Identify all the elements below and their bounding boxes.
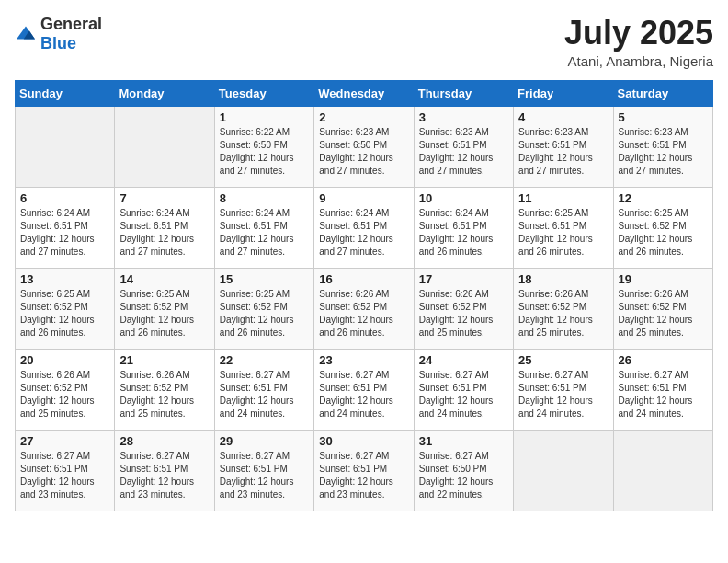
logo-text: General Blue [40, 15, 102, 53]
cell-content: Sunrise: 6:25 AMSunset: 6:52 PMDaylight:… [20, 288, 109, 339]
cell-content: Sunrise: 6:25 AMSunset: 6:52 PMDaylight:… [619, 207, 708, 259]
day-number: 25 [518, 353, 608, 367]
day-number: 9 [319, 191, 408, 205]
calendar-cell: 27Sunrise: 6:27 AMSunset: 6:51 PMDayligh… [16, 430, 115, 511]
cell-content: Sunrise: 6:26 AMSunset: 6:52 PMDaylight:… [518, 288, 608, 339]
day-number: 6 [20, 191, 109, 205]
calendar-week-row: 1Sunrise: 6:22 AMSunset: 6:50 PMDaylight… [16, 106, 713, 187]
calendar-cell [115, 106, 214, 187]
calendar-cell: 23Sunrise: 6:27 AMSunset: 6:51 PMDayligh… [314, 349, 414, 430]
cell-content: Sunrise: 6:23 AMSunset: 6:51 PMDaylight:… [419, 126, 508, 178]
calendar-cell: 3Sunrise: 6:23 AMSunset: 6:51 PMDaylight… [414, 106, 513, 187]
calendar-cell [514, 430, 613, 511]
day-number: 5 [619, 110, 708, 124]
weekday-header: Sunday [16, 80, 115, 106]
day-number: 26 [619, 353, 708, 367]
cell-content: Sunrise: 6:23 AMSunset: 6:51 PMDaylight:… [619, 126, 708, 178]
calendar-cell: 9Sunrise: 6:24 AMSunset: 6:51 PMDaylight… [314, 187, 414, 268]
cell-content: Sunrise: 6:24 AMSunset: 6:51 PMDaylight:… [220, 207, 309, 259]
calendar-week-row: 27Sunrise: 6:27 AMSunset: 6:51 PMDayligh… [16, 430, 713, 511]
calendar-cell: 29Sunrise: 6:27 AMSunset: 6:51 PMDayligh… [214, 430, 313, 511]
cell-content: Sunrise: 6:23 AMSunset: 6:51 PMDaylight:… [518, 126, 608, 178]
calendar-cell: 21Sunrise: 6:26 AMSunset: 6:52 PMDayligh… [115, 349, 214, 430]
day-number: 18 [518, 272, 608, 286]
calendar-cell: 5Sunrise: 6:23 AMSunset: 6:51 PMDaylight… [613, 106, 712, 187]
calendar-cell: 19Sunrise: 6:26 AMSunset: 6:52 PMDayligh… [613, 268, 712, 349]
cell-content: Sunrise: 6:27 AMSunset: 6:51 PMDaylight:… [319, 369, 408, 420]
calendar-cell: 1Sunrise: 6:22 AMSunset: 6:50 PMDaylight… [214, 106, 313, 187]
calendar-cell: 12Sunrise: 6:25 AMSunset: 6:52 PMDayligh… [613, 187, 712, 268]
day-number: 10 [419, 191, 508, 205]
calendar-cell: 24Sunrise: 6:27 AMSunset: 6:51 PMDayligh… [414, 349, 513, 430]
cell-content: Sunrise: 6:24 AMSunset: 6:51 PMDaylight:… [119, 207, 209, 259]
weekday-header: Monday [115, 80, 214, 106]
logo-general: General [40, 15, 102, 33]
day-number: 31 [419, 434, 508, 448]
day-number: 21 [119, 353, 209, 367]
calendar-cell: 14Sunrise: 6:25 AMSunset: 6:52 PMDayligh… [115, 268, 214, 349]
day-number: 1 [220, 110, 309, 124]
cell-content: Sunrise: 6:22 AMSunset: 6:50 PMDaylight:… [220, 126, 309, 178]
day-number: 17 [419, 272, 508, 286]
cell-content: Sunrise: 6:27 AMSunset: 6:51 PMDaylight:… [518, 369, 608, 420]
calendar-cell: 4Sunrise: 6:23 AMSunset: 6:51 PMDaylight… [514, 106, 613, 187]
day-number: 27 [20, 434, 109, 448]
calendar-cell: 30Sunrise: 6:27 AMSunset: 6:51 PMDayligh… [314, 430, 414, 511]
calendar-cell: 8Sunrise: 6:24 AMSunset: 6:51 PMDaylight… [214, 187, 313, 268]
month-title: July 2025 [564, 15, 713, 52]
cell-content: Sunrise: 6:27 AMSunset: 6:50 PMDaylight:… [419, 450, 508, 501]
calendar-week-row: 20Sunrise: 6:26 AMSunset: 6:52 PMDayligh… [16, 349, 713, 430]
day-number: 24 [419, 353, 508, 367]
day-number: 16 [319, 272, 408, 286]
day-number: 30 [319, 434, 408, 448]
cell-content: Sunrise: 6:25 AMSunset: 6:52 PMDaylight:… [119, 288, 209, 339]
weekday-header: Saturday [613, 80, 712, 106]
calendar-cell: 17Sunrise: 6:26 AMSunset: 6:52 PMDayligh… [414, 268, 513, 349]
cell-content: Sunrise: 6:25 AMSunset: 6:52 PMDaylight:… [220, 288, 309, 339]
calendar-week-row: 13Sunrise: 6:25 AMSunset: 6:52 PMDayligh… [16, 268, 713, 349]
cell-content: Sunrise: 6:26 AMSunset: 6:52 PMDaylight:… [119, 369, 209, 420]
day-number: 2 [319, 110, 408, 124]
weekday-header: Friday [514, 80, 613, 106]
cell-content: Sunrise: 6:26 AMSunset: 6:52 PMDaylight:… [419, 288, 508, 339]
calendar-cell: 18Sunrise: 6:26 AMSunset: 6:52 PMDayligh… [514, 268, 613, 349]
location-title: Atani, Anambra, Nigeria [564, 53, 713, 69]
calendar-cell: 6Sunrise: 6:24 AMSunset: 6:51 PMDaylight… [16, 187, 115, 268]
weekday-header-row: SundayMondayTuesdayWednesdayThursdayFrid… [16, 80, 713, 106]
weekday-header: Wednesday [314, 80, 414, 106]
calendar-table: SundayMondayTuesdayWednesdayThursdayFrid… [15, 80, 713, 511]
day-number: 20 [20, 353, 109, 367]
title-block: July 2025 Atani, Anambra, Nigeria [564, 15, 713, 69]
calendar-cell: 16Sunrise: 6:26 AMSunset: 6:52 PMDayligh… [314, 268, 414, 349]
day-number: 14 [119, 272, 209, 286]
calendar-cell: 10Sunrise: 6:24 AMSunset: 6:51 PMDayligh… [414, 187, 513, 268]
cell-content: Sunrise: 6:27 AMSunset: 6:51 PMDaylight:… [220, 450, 309, 501]
day-number: 7 [119, 191, 209, 205]
logo-blue: Blue [40, 34, 76, 52]
day-number: 28 [119, 434, 209, 448]
calendar-cell: 20Sunrise: 6:26 AMSunset: 6:52 PMDayligh… [16, 349, 115, 430]
calendar-week-row: 6Sunrise: 6:24 AMSunset: 6:51 PMDaylight… [16, 187, 713, 268]
day-number: 29 [220, 434, 309, 448]
day-number: 4 [518, 110, 608, 124]
cell-content: Sunrise: 6:23 AMSunset: 6:50 PMDaylight:… [319, 126, 408, 178]
cell-content: Sunrise: 6:27 AMSunset: 6:51 PMDaylight:… [20, 450, 109, 501]
cell-content: Sunrise: 6:27 AMSunset: 6:51 PMDaylight:… [220, 369, 309, 420]
cell-content: Sunrise: 6:27 AMSunset: 6:51 PMDaylight:… [619, 369, 708, 420]
calendar-cell: 15Sunrise: 6:25 AMSunset: 6:52 PMDayligh… [214, 268, 313, 349]
day-number: 11 [518, 191, 608, 205]
page-header: General Blue July 2025 Atani, Anambra, N… [15, 15, 713, 69]
cell-content: Sunrise: 6:26 AMSunset: 6:52 PMDaylight:… [619, 288, 708, 339]
calendar-cell [16, 106, 115, 187]
calendar-cell: 22Sunrise: 6:27 AMSunset: 6:51 PMDayligh… [214, 349, 313, 430]
calendar-cell: 28Sunrise: 6:27 AMSunset: 6:51 PMDayligh… [115, 430, 214, 511]
weekday-header: Thursday [414, 80, 513, 106]
calendar-cell: 7Sunrise: 6:24 AMSunset: 6:51 PMDaylight… [115, 187, 214, 268]
cell-content: Sunrise: 6:27 AMSunset: 6:51 PMDaylight:… [419, 369, 508, 420]
logo: General Blue [15, 15, 102, 53]
logo-icon [15, 25, 37, 43]
day-number: 23 [319, 353, 408, 367]
cell-content: Sunrise: 6:24 AMSunset: 6:51 PMDaylight:… [419, 207, 508, 259]
calendar-cell: 25Sunrise: 6:27 AMSunset: 6:51 PMDayligh… [514, 349, 613, 430]
cell-content: Sunrise: 6:24 AMSunset: 6:51 PMDaylight:… [319, 207, 408, 259]
